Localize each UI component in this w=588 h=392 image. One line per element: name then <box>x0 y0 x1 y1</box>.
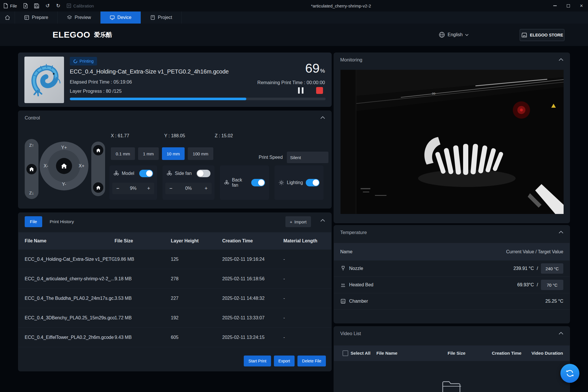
home-button[interactable] <box>0 11 15 24</box>
file-row[interactable]: ECC_0.4_3DBenchy_PLA0.25_15m29s.gco... 1… <box>18 308 331 328</box>
file-collapse-chevron[interactable] <box>320 219 325 222</box>
step-100mm-button[interactable]: 100 mm <box>188 147 213 160</box>
col-video-file-name: File Name <box>376 351 397 356</box>
temperature-panel: Temperature Name Current Value / Target … <box>334 225 570 323</box>
step-0-1mm-button[interactable]: 0.1 mm <box>111 147 135 160</box>
chamber-current: 25.25 °C <box>546 299 563 304</box>
file-row[interactable]: ECC_0.4_articulated_cherry-shrimp-v2-2_.… <box>18 269 331 289</box>
heated-bed-icon <box>340 282 346 288</box>
calibration-button[interactable]: Calibration <box>67 3 94 8</box>
file-name-cell: ECC_0.4_3DBenchy_PLA0.25_15m29s.gco... <box>25 315 115 320</box>
status-badge-label: Printing <box>80 59 94 63</box>
z-down-button[interactable]: Z↓ <box>29 190 34 195</box>
step-1mm-button[interactable]: 1 mm <box>138 147 159 160</box>
model-thumbnail <box>24 57 64 103</box>
preview-icon <box>67 15 72 20</box>
brand-header: ELEGOO 爱乐酷 English ELEGOO STORE <box>0 24 588 46</box>
fan-icon <box>113 171 119 176</box>
select-all-checkbox[interactable] <box>343 350 348 356</box>
navbar: Prepare Preview Device Project <box>0 11 588 24</box>
document-title: *articulated_cherry-shrimp-v2-2 <box>311 3 371 8</box>
refresh-button[interactable] <box>560 364 579 383</box>
pause-button[interactable] <box>298 87 303 94</box>
file-menu[interactable]: File <box>3 3 17 8</box>
position-x: X : 61.77 <box>111 133 129 138</box>
tab-preview-label: Preview <box>75 15 91 20</box>
file-table-header: File Name File Size Layer Height Creatio… <box>18 232 331 250</box>
minus-icon[interactable]: − <box>116 186 119 192</box>
video-collapse-chevron[interactable] <box>559 332 563 335</box>
new-document-icon[interactable] <box>23 3 28 8</box>
side-fan-label: Side fan <box>175 171 192 176</box>
file-row[interactable]: ECC_0.4_The Buddha_PLA0.2_24m17s.gc... 3… <box>18 289 331 308</box>
tab-device[interactable]: Device <box>100 11 141 24</box>
export-button[interactable]: Export <box>274 356 295 366</box>
step-size-group: 0.1 mm 1 mm 10 mm 100 mm <box>111 147 213 160</box>
col-file-name: File Name <box>25 238 115 244</box>
minimize-button[interactable] <box>548 0 562 11</box>
start-print-button[interactable]: Start Print <box>244 356 271 366</box>
redo-icon[interactable]: ↻ <box>56 3 60 8</box>
file-size-cell: 1.72 MB <box>115 315 171 320</box>
z-home-button[interactable] <box>26 164 37 174</box>
tab-prepare[interactable]: Prepare <box>15 11 58 24</box>
material-length-cell: - <box>283 335 331 340</box>
close-button[interactable]: × <box>575 0 588 11</box>
plus-icon[interactable]: + <box>147 186 150 192</box>
file-size-cell: 3.53 MB <box>115 296 171 301</box>
col-video-file-size: File Size <box>448 351 465 356</box>
progress-fill <box>70 98 246 100</box>
control-collapse-chevron[interactable] <box>320 116 325 119</box>
temperature-collapse-chevron[interactable] <box>559 231 563 233</box>
file-row[interactable]: ECC_0.4_EiffelTower_PLA0.2_2h6m.gcode 9.… <box>18 328 331 347</box>
delete-file-button[interactable]: Delete File <box>297 356 326 366</box>
nozzle-target-input[interactable]: 240 °C <box>541 263 563 274</box>
nozzle-current: 239.91 °C <box>513 266 534 271</box>
file-row[interactable]: ECC_0.4_Holding-Cat_Extra-Size v1_PETG..… <box>18 250 331 269</box>
creation-time-cell: 2025-02-11 13:33:07 <box>222 315 283 320</box>
maximize-button[interactable] <box>562 0 575 11</box>
extruder-up-button[interactable] <box>93 145 103 155</box>
stop-button[interactable] <box>316 87 323 94</box>
home-icon <box>5 15 10 20</box>
progress-percent: 69% <box>305 61 325 76</box>
jog-y-minus-button[interactable]: Y- <box>62 182 66 187</box>
lighting-toggle[interactable] <box>306 179 320 186</box>
progress-percent-value: 69 <box>305 61 320 76</box>
model-fan-toggle[interactable] <box>139 170 153 177</box>
temp-value-column: Current Value / Target Value <box>506 249 563 254</box>
calibration-label: Calibration <box>73 3 94 8</box>
side-fan-card: Side fan − 0% + <box>163 165 214 200</box>
step-10mm-button[interactable]: 10 mm <box>162 147 185 160</box>
tab-file[interactable]: File <box>25 216 42 227</box>
layer-height-cell: 227 <box>171 296 222 301</box>
temp-name-column: Name <box>340 249 353 254</box>
language-selector[interactable]: English <box>439 32 469 38</box>
app-root: File ↺ ↻ Calibration *articulated_cherry… <box>0 0 588 392</box>
heated-bed-target-input[interactable]: 70 °C <box>541 280 563 290</box>
home-icon <box>61 163 67 169</box>
back-fan-toggle[interactable] <box>251 179 265 186</box>
save-icon[interactable] <box>34 3 39 8</box>
side-fan-toggle[interactable] <box>197 170 210 177</box>
jog-y-plus-button[interactable]: Y+ <box>61 145 67 150</box>
extruder-column <box>91 142 105 196</box>
plus-icon[interactable]: + <box>204 186 208 192</box>
extruder-down-button[interactable] <box>93 182 103 193</box>
elegoo-store-button[interactable]: ELEGOO STORE <box>520 29 564 41</box>
side-fan-stepper: − 0% + <box>165 183 212 194</box>
z-up-button[interactable]: Z↑ <box>29 143 34 148</box>
print-speed-select[interactable]: Silent <box>287 152 328 163</box>
monitoring-collapse-chevron[interactable] <box>559 58 563 61</box>
xy-home-button[interactable] <box>56 158 72 174</box>
tab-print-history[interactable]: Print History <box>50 219 74 224</box>
empty-folder-icon <box>442 381 462 392</box>
import-button[interactable]: + Import <box>285 216 311 227</box>
undo-icon[interactable]: ↺ <box>45 3 50 8</box>
minus-icon[interactable]: − <box>169 186 173 192</box>
tab-preview[interactable]: Preview <box>58 11 100 24</box>
store-label: ELEGOO STORE <box>530 33 563 37</box>
tab-project[interactable]: Project <box>141 11 182 24</box>
jog-x-minus-button[interactable]: X- <box>44 163 48 169</box>
jog-x-plus-button[interactable]: X+ <box>79 163 84 169</box>
